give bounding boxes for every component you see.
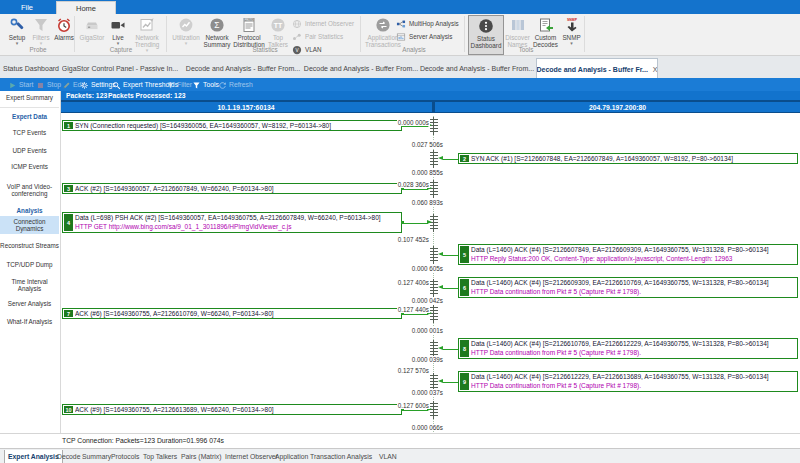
sidebar-item-expert-summary[interactable]: Expert Summary — [0, 90, 59, 105]
svg-text:TT: TT — [274, 21, 283, 28]
ribbon-item-label: Network Trending — [130, 34, 164, 48]
packet-row-8[interactable]: 8Data (L=1460) ACK (#4) [S=2126610769, E… — [458, 338, 798, 359]
packet-row-6[interactable]: 6Data (L=1460) ACK (#4) [S=2126609309, E… — [458, 277, 798, 298]
sidebar-item-tcp-events[interactable]: TCP Events — [0, 127, 59, 138]
bottom-tab-protocols[interactable]: Protocols — [108, 450, 142, 463]
bottom-tab-label: VLAN — [379, 453, 397, 460]
tab-decode-and-analysis-buffer-from[interactable]: Decode and Analysis - Buffer From... — [303, 58, 419, 78]
network-summary-button[interactable]: ΣNetwork Summary — [202, 15, 232, 53]
sidebar-label: Connection Dynamics — [0, 218, 59, 233]
play-icon — [8, 81, 17, 90]
gap-time-label: 0.000 855s — [411, 169, 444, 176]
live-button[interactable]: Live▾ — [108, 15, 128, 53]
packet-summary-text: ACK (#9) [S=1649360755, A=2126613689, W=… — [75, 405, 401, 414]
dropdown-caret-icon: ▾ — [16, 41, 19, 46]
packet-connector-line — [403, 223, 428, 224]
sidebar-label: Expert Summary — [6, 94, 53, 102]
arrow-right-icon — [427, 220, 432, 224]
tab-decode-and-analysis-buffer-from[interactable]: Decode and Analysis - Buffer From... — [420, 58, 534, 78]
home-ribbon-tab[interactable]: Home — [56, 1, 116, 15]
packet-row-5[interactable]: 5Data (L=1460) ACK (#4) [S=2126607849, E… — [458, 244, 798, 265]
file-menu-tab[interactable]: File — [4, 0, 50, 14]
ribbon-item-label: Custom Decodes — [532, 34, 559, 48]
dropdown-caret-icon: ▾ — [185, 41, 188, 46]
packet-number-badge: 8 — [460, 340, 469, 357]
sidebar-label: TCP Events — [13, 129, 46, 137]
alarms-button[interactable]: Alarms — [52, 15, 76, 53]
analysis-bottom-tabs: Expert AnalysisDecodeSummaryProtocolsTop… — [0, 448, 800, 463]
gap-time-label: 0.027 506s — [411, 141, 444, 148]
expert-toolbar: StartStopEditSettingsExpert ThresholdsFi… — [0, 78, 800, 91]
serverstats-icon — [396, 32, 406, 42]
multihop-analysis-button[interactable]: MultiHop Analysis — [396, 17, 459, 29]
toolbar-item-label: Start — [19, 81, 33, 88]
bottom-tab-application-transaction-analysis[interactable]: Application Transaction Analysis — [272, 450, 375, 463]
tab-label: Decode and Analysis - Buffer Fr... — [536, 66, 647, 73]
packet-connector-line — [443, 255, 458, 256]
packet-row-2[interactable]: 2SYN ACK (#1) [S=2126607848, EA=21266078… — [458, 153, 798, 164]
packet-number-badge: 6 — [460, 279, 469, 296]
sidebar-item-server-analysis[interactable]: Server Analysis — [0, 295, 59, 313]
packet-row-1[interactable]: 1SYN (Connection requested) [S=164936005… — [62, 120, 402, 131]
packets-count: Packets: 123 — [66, 91, 107, 100]
packet-summary-text: SYN ACK (#1) [S=2126607848, EA=212660784… — [471, 154, 797, 163]
dropdown-caret-icon: ▾ — [40, 41, 43, 46]
packet-http-text: HTTP Data continuation from Pkt # 5 (Cap… — [471, 348, 797, 357]
custom-decodes-button[interactable]: Custom Decodes — [532, 15, 559, 53]
settings-button[interactable]: Settings — [80, 78, 116, 91]
tools-button[interactable]: Tools — [192, 78, 219, 91]
snmp-button[interactable]: SNMPSNMP▾ — [560, 15, 583, 53]
ribbon-group-divider — [464, 16, 465, 52]
packet-row-3[interactable]: 3ACK (#2) [S=1649360057, A=2126607849, W… — [62, 183, 402, 194]
packet-connector-line — [403, 189, 428, 190]
bottom-tab-label: Summary — [82, 453, 111, 460]
packet-row-10[interactable]: 10ACK (#9) [S=1649360755, A=2126613689, … — [62, 404, 402, 415]
tab-status-dashboard[interactable]: Status Dashboard — [2, 58, 60, 78]
bottom-tab-top-talkers[interactable]: Top Talkers — [140, 450, 180, 463]
tab-gigastor-control-panel-passive-in[interactable]: GigaStor Control Panel - Passive In... — [62, 58, 178, 78]
packet-connector-line — [443, 382, 458, 383]
packet-number-badge: 10 — [64, 406, 73, 413]
sidebar-item-udp-events[interactable]: UDP Events — [0, 145, 59, 156]
pairs-icon — [292, 32, 302, 42]
bottom-tab-pairs-matrix[interactable]: Pairs (Matrix) — [178, 450, 224, 463]
sidebar-item-voip-and-video-conferencing[interactable]: VoIP and Video-conferencing — [0, 181, 59, 199]
packet-connector-line — [403, 410, 428, 411]
ladder-tick-marks — [430, 248, 438, 262]
status-dashboard-button[interactable]: Status Dashboard — [468, 15, 504, 55]
close-tab-icon[interactable]: X — [653, 66, 658, 73]
sidebar-item-reconstruct-streams[interactable]: Reconstruct Streams — [0, 237, 59, 255]
packet-summary-text: Data (L=1460) ACK (#4) [S=2126609309, EA… — [471, 278, 797, 287]
sidebar-item-icmp-events[interactable]: ICMP Events — [0, 161, 59, 172]
packet-row-9[interactable]: 9Data (L=1460) ACK (#4) [S=2126612229, E… — [458, 371, 798, 392]
sidebar-item-what-if-analysis[interactable]: What-If Analysis — [0, 313, 59, 331]
packet-row-7[interactable]: 7ACK (#6) [S=1649360755, A=2126610769, W… — [62, 308, 402, 319]
ladder-tick-marks — [430, 375, 438, 389]
top-talkers-button: TTTop Talkers — [266, 15, 290, 53]
server-analysis-button[interactable]: Server Analysis — [396, 30, 452, 42]
tab-decode-and-analysis-buffer-from[interactable]: Decode and Analysis - Buffer From... — [184, 58, 302, 78]
bottom-tab-vlan[interactable]: VLAN — [376, 450, 400, 463]
dropdown-caret-icon: ▾ — [570, 41, 573, 46]
ribbon-item-label: Pair Statistics — [305, 33, 343, 40]
vlan-icon: V — [292, 45, 302, 55]
packet-http-text: HTTP GET http://www.bing.com/sa/9_01_1_3… — [75, 222, 401, 231]
sidebar-label: Reconstruct Streams — [0, 242, 59, 250]
packet-row-4[interactable]: 4Data (L=698) PSH ACK (#2) [S=1649360057… — [62, 212, 402, 233]
setup-button[interactable]: Setup▾ — [4, 15, 30, 53]
tab-decode-and-analysis-buffer-fr[interactable]: Decode and Analysis - Buffer Fr...X — [536, 58, 658, 79]
sidebar-label: VoIP and Video-conferencing — [0, 183, 59, 198]
proto-icon: PROTO — [241, 16, 257, 33]
vlan-button[interactable]: VVLAN — [292, 43, 321, 55]
pair-statistics-button: Pair Statistics — [292, 30, 343, 42]
alarm-icon — [56, 16, 72, 33]
sidebar-item-tcp-udp-dump[interactable]: TCP/UDP Dump — [0, 256, 59, 274]
sidebar-item-time-interval-analysis[interactable]: Time Interval Analysis — [0, 276, 59, 294]
packet-summary-text: ACK (#6) [S=1649360755, A=2126610769, W=… — [75, 309, 401, 318]
bottom-tab-label: Protocols — [111, 453, 139, 460]
sidebar-item-connection-dynamics[interactable]: Connection Dynamics — [0, 216, 59, 234]
ribbon-item-label: Internet Observer — [305, 20, 354, 27]
svg-text:PROTO: PROTO — [244, 18, 253, 22]
bottom-tab-label: Top Talkers — [143, 453, 177, 460]
protocol-distribution-button[interactable]: PROTOProtocol Distribution — [234, 15, 264, 53]
